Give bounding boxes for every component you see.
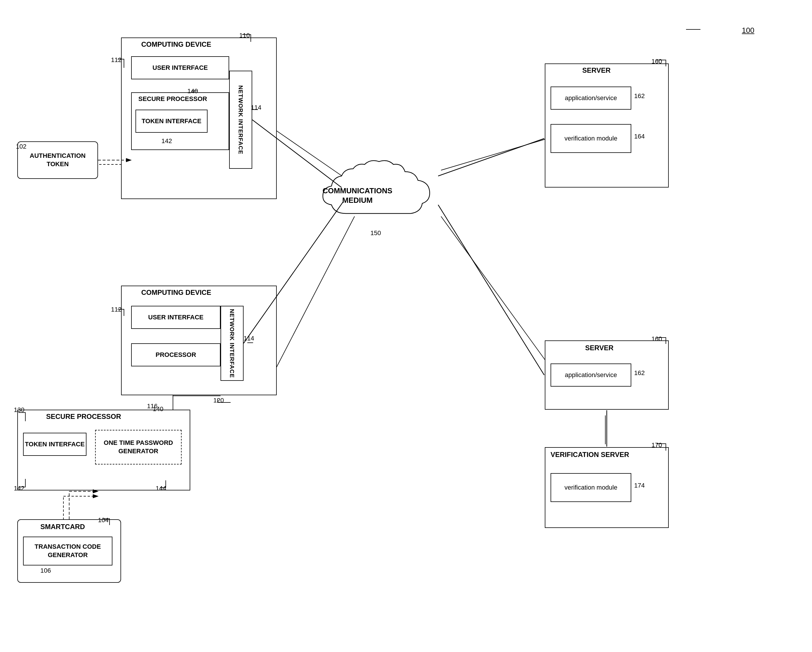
txn-code-generator: TRANSACTION CODE GENERATOR: [23, 537, 112, 565]
network-interface-top-label: NETWORK INTERFACE: [236, 84, 246, 155]
ref-104: 104: [98, 516, 109, 524]
ref-114-top: 114: [251, 104, 261, 111]
server-top-label: SERVER: [582, 66, 611, 74]
ref-102: 102: [16, 143, 26, 150]
verification-module-bottom-label: verification module: [565, 484, 617, 492]
secure-processor-bottom-label: SECURE PROCESSOR: [46, 413, 121, 421]
ref-106: 106: [40, 567, 51, 574]
token-interface-top-label: TOKEN INTERFACE: [140, 116, 202, 127]
app-service-top-label: application/service: [565, 94, 617, 103]
auth-token-box: AUTHENTICATION TOKEN: [17, 141, 98, 179]
auth-token-label: AUTHENTICATION TOKEN: [29, 151, 87, 169]
user-interface-bottom-label: USER INTERFACE: [147, 312, 205, 323]
svg-line-5: [441, 216, 548, 364]
txn-code-generator-label: TRANSACTION CODE GENERATOR: [34, 542, 102, 560]
smartcard-label: SMARTCARD: [40, 523, 85, 531]
ref-112-top: 112: [111, 56, 122, 64]
user-interface-top-label: USER INTERFACE: [151, 63, 209, 73]
secure-processor-label: SECURE PROCESSOR: [138, 95, 207, 103]
ref-120: 120: [213, 397, 224, 404]
network-interface-bottom: NETWORK INTERFACE: [220, 306, 244, 381]
ref-110: 110: [239, 32, 250, 39]
ref-160-top: 160: [652, 58, 662, 65]
network-interface-top: NETWORK INTERFACE: [229, 71, 252, 169]
otp-generator: ONE TIME PASSWORD GENERATOR: [95, 430, 182, 464]
verification-server-label: VERIFICATION SERVER: [551, 451, 629, 459]
ref-150: 150: [370, 230, 381, 237]
processor-label: PROCESSOR: [154, 350, 197, 360]
ref-116: 116: [147, 403, 158, 410]
svg-line-17: [438, 138, 544, 176]
ref-140-top: 140: [187, 87, 198, 95]
ref-144: 144: [156, 485, 166, 492]
app-service-bottom-label: application/service: [565, 371, 617, 380]
user-interface-top: USER INTERFACE: [131, 56, 229, 80]
ref-162-top: 162: [634, 92, 645, 100]
ref-174: 174: [634, 482, 645, 489]
ref-164: 164: [634, 133, 645, 140]
verification-module-top: verification module: [551, 124, 631, 153]
ref-170: 170: [652, 441, 662, 449]
svg-line-19: [438, 205, 544, 375]
computing-device-top-label: COMPUTING DEVICE: [141, 40, 211, 49]
server-bottom-label: SERVER: [585, 344, 614, 352]
otp-generator-label: ONE TIME PASSWORD GENERATOR: [102, 438, 174, 456]
token-interface-top: TOKEN INTERFACE: [136, 110, 208, 133]
network-interface-bottom-label: NETWORK INTERFACE: [227, 308, 237, 379]
processor-bottom: PROCESSOR: [131, 343, 220, 366]
ref-160-bot: 160: [652, 335, 662, 343]
communications-medium: COMMUNICATIONS MEDIUM 150: [317, 156, 438, 237]
verification-module-bottom: verification module: [551, 473, 631, 502]
token-interface-bottom: TOKEN INTERFACE: [23, 433, 87, 456]
ref-100: 100: [742, 26, 754, 35]
ref-112-bot: 112: [111, 306, 122, 313]
ref-130: 130: [14, 406, 24, 414]
ref-162-bot: 162: [634, 369, 645, 377]
verification-module-label: verification module: [565, 135, 617, 143]
token-interface-bottom-label: TOKEN INTERFACE: [24, 439, 85, 450]
svg-text:MEDIUM: MEDIUM: [342, 196, 372, 205]
computing-device-bottom-label: COMPUTING DEVICE: [141, 288, 211, 297]
ref-114-bot: 114: [244, 335, 254, 342]
ref-142-bot: 142: [14, 485, 24, 492]
svg-text:COMMUNICATIONS: COMMUNICATIONS: [322, 187, 392, 195]
app-service-top: application/service: [551, 87, 631, 110]
ref-142-top: 142: [162, 137, 172, 145]
svg-line-3: [441, 138, 548, 170]
app-service-bottom: application/service: [551, 364, 631, 387]
svg-line-4: [271, 216, 354, 378]
user-interface-bottom: USER INTERFACE: [131, 306, 220, 329]
